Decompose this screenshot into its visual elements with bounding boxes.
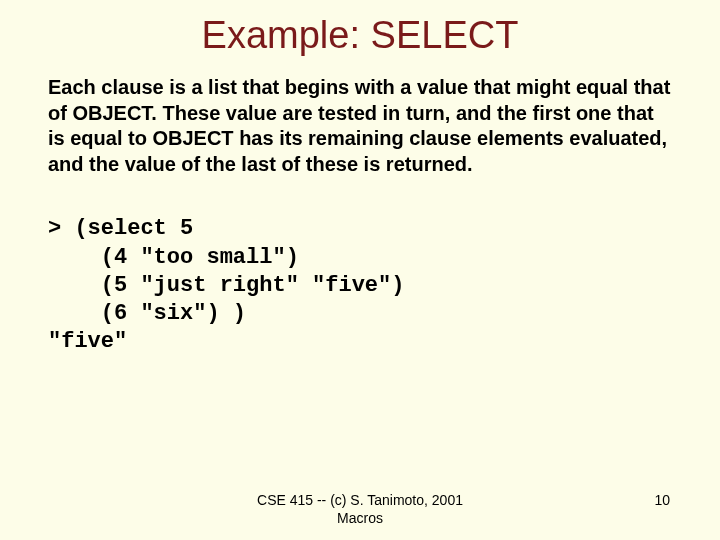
- slide-footer: CSE 415 -- (c) S. Tanimoto, 2001 Macros …: [0, 492, 720, 528]
- footer-line-1: CSE 415 -- (c) S. Tanimoto, 2001: [0, 492, 720, 510]
- slide-title: Example: SELECT: [0, 0, 720, 75]
- page-number: 10: [654, 492, 670, 508]
- slide-body-text: Each clause is a list that begins with a…: [0, 75, 720, 177]
- code-example: > (select 5 (4 "too small") (5 "just rig…: [0, 215, 720, 356]
- footer-line-2: Macros: [0, 510, 720, 528]
- footer-credit: CSE 415 -- (c) S. Tanimoto, 2001 Macros: [0, 492, 720, 527]
